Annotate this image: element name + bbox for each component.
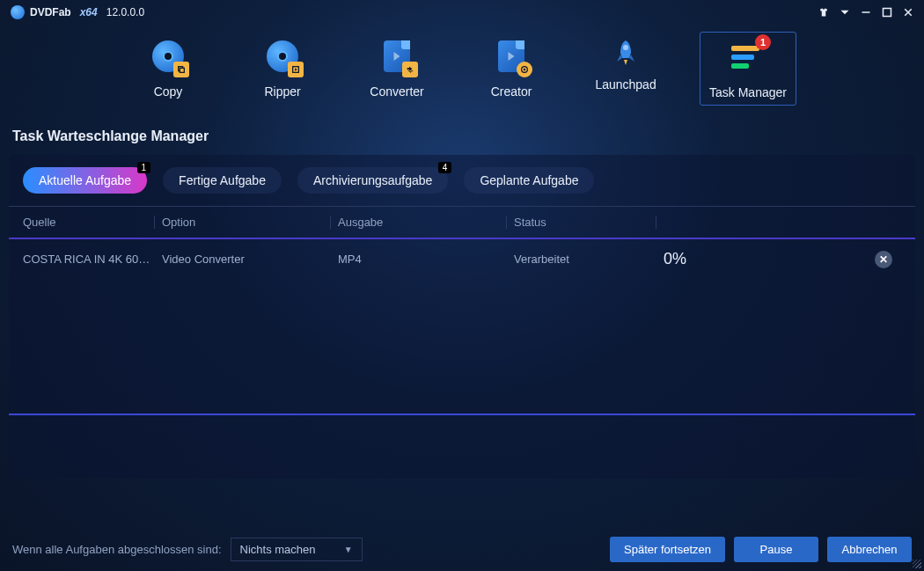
tab-archived-tasks[interactable]: Archivierungsaufgabe 4 <box>297 167 448 194</box>
task-panel: Aktuelle Aufgabe 1 Fertige Aufgabe Archi… <box>9 155 915 479</box>
nav-label: Copy <box>154 84 183 99</box>
footer: Wenn alle Aufgaben abgeschlossen sind: N… <box>0 528 924 571</box>
table-row[interactable]: COSTA RICA IN 4K 60… Video Converter MP4… <box>9 239 915 279</box>
notification-badge: 1 <box>755 34 771 50</box>
app-logo-icon <box>11 5 25 19</box>
logo-area: DVDFab x64 12.0.0.0 <box>11 5 144 19</box>
cell-progress: 0% <box>656 250 875 268</box>
brand-name: DVDFab <box>30 6 71 18</box>
tab-current-tasks[interactable]: Aktuelle Aufgabe 1 <box>23 167 147 194</box>
minimize-icon[interactable] <box>861 7 871 18</box>
edition-label: x64 <box>80 6 98 18</box>
col-header-option: Option <box>155 216 331 229</box>
task-tabs: Aktuelle Aufgabe 1 Fertige Aufgabe Archi… <box>9 167 915 206</box>
disc-ripper-icon <box>263 37 302 76</box>
version-label: 12.0.0.0 <box>106 6 144 18</box>
nav-launchpad[interactable]: Launchpad <box>585 32 666 106</box>
nav-label: Launchpad <box>595 77 656 92</box>
svg-rect-3 <box>180 68 184 72</box>
cell-status: Verarbeitet <box>507 253 656 266</box>
tab-label: Aktuelle Aufgabe <box>39 173 131 187</box>
nav-copy[interactable]: Copy <box>128 32 209 106</box>
nav-creator[interactable]: Creator <box>471 32 552 106</box>
cell-source: COSTA RICA IN 4K 60… <box>23 253 155 266</box>
table-body: COSTA RICA IN 4K 60… Video Converter MP4… <box>9 239 915 415</box>
shirt-icon[interactable] <box>818 7 829 18</box>
page-title: Task Warteschlange Manager <box>0 116 924 151</box>
top-nav: Copy Ripper Converter Creator Launchpad <box>0 25 924 116</box>
remove-task-button[interactable]: ✕ <box>875 251 892 268</box>
task-manager-icon: 1 <box>729 38 767 77</box>
svg-point-7 <box>623 45 628 50</box>
window-controls <box>818 7 913 18</box>
col-header-source: Quelle <box>23 216 155 229</box>
cell-output: MP4 <box>331 253 507 266</box>
cell-option: Video Converter <box>155 253 331 266</box>
col-header-status: Status <box>507 216 656 229</box>
dropdown-selected: Nichts machen <box>240 543 316 556</box>
nav-task-manager[interactable]: 1 Task Manager <box>700 32 796 106</box>
nav-ripper[interactable]: Ripper <box>242 32 323 106</box>
svg-point-6 <box>524 69 526 71</box>
tab-label: Fertige Aufgabe <box>179 173 266 187</box>
col-header-output: Ausgabe <box>331 216 507 229</box>
tab-label: Archivierungsaufgabe <box>313 173 432 187</box>
file-create-icon <box>492 37 531 76</box>
nav-converter[interactable]: Converter <box>356 32 437 106</box>
table-header: Quelle Option Ausgabe Status <box>9 206 915 239</box>
nav-label: Ripper <box>264 84 300 99</box>
tab-scheduled-tasks[interactable]: Geplante Aufgabe <box>464 167 594 194</box>
tab-finished-tasks[interactable]: Fertige Aufgabe <box>163 167 282 194</box>
resume-later-button[interactable]: Später fortsetzen <box>610 537 725 562</box>
svg-rect-1 <box>884 9 891 17</box>
footer-label: Wenn alle Aufgaben abgeschlossen sind: <box>12 543 222 556</box>
title-bar: DVDFab x64 12.0.0.0 <box>0 0 924 25</box>
resize-grip-icon[interactable] <box>913 560 921 568</box>
nav-label: Task Manager <box>709 85 787 99</box>
file-convert-icon <box>378 37 416 76</box>
dropdown-caret-icon[interactable] <box>840 7 850 18</box>
completion-action-dropdown[interactable]: Nichts machen ▼ <box>231 538 363 561</box>
nav-label: Converter <box>370 84 423 99</box>
svg-rect-0 <box>862 11 870 13</box>
rocket-icon <box>610 37 642 69</box>
nav-label: Creator <box>491 84 532 99</box>
tab-badge: 1 <box>137 162 151 173</box>
maximize-icon[interactable] <box>882 7 892 18</box>
chevron-down-icon: ▼ <box>344 545 353 554</box>
cancel-button[interactable]: Abbrechen <box>827 537 912 562</box>
pause-button[interactable]: Pause <box>734 537 818 562</box>
tab-label: Geplante Aufgabe <box>480 173 578 187</box>
tab-badge: 4 <box>438 162 452 173</box>
disc-copy-icon <box>149 37 187 76</box>
close-icon[interactable] <box>903 7 913 18</box>
